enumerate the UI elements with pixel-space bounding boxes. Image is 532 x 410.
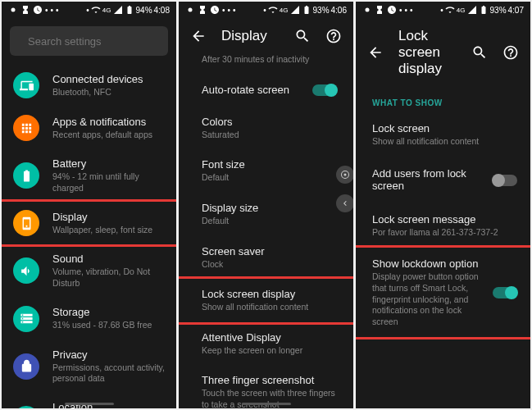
header: Display: [179, 18, 353, 54]
item-title: Lock screen display: [202, 288, 337, 300]
item-sub: Clock: [202, 259, 337, 271]
item-sub: 94% - 12 min until fully charged: [52, 171, 165, 194]
storage-icon: [13, 306, 39, 332]
settings-list: Connected devicesBluetooth, NFCApps & no…: [2, 64, 176, 408]
item-title: Display: [52, 211, 165, 223]
item-sub: Volume, vibration, Do Not Disturb: [52, 266, 165, 289]
search-icon[interactable]: [471, 44, 488, 61]
sound-icon: [13, 257, 39, 284]
status-bar: ••• • 4G 93% 4:07: [356, 2, 530, 18]
item-title: Apps & notifications: [52, 116, 165, 128]
settings-item-location[interactable]: LocationOn - 12 apps have access to loca…: [2, 393, 176, 408]
item-sub: Saturated: [202, 130, 337, 141]
lockscreen-item[interactable]: Lock screen messagePor favor llama al 26…: [356, 203, 530, 248]
item-title: Lock screen: [372, 122, 517, 134]
display-item[interactable]: Screen timeoutAfter 30 minutes of inacti…: [179, 54, 353, 75]
toggle-switch[interactable]: [493, 287, 517, 298]
status-bar: ••• • 4G 94% 4:08: [2, 2, 176, 18]
item-sub: Touch the screen with three fingers to t…: [202, 388, 337, 408]
help-icon[interactable]: [325, 28, 342, 44]
settings-item-battery[interactable]: Battery94% - 12 min until fully charged: [2, 149, 176, 202]
item-sub: Default: [202, 172, 337, 184]
header: Lock screen display: [356, 18, 530, 87]
settings-item-privacy[interactable]: PrivacyPermissions, account activity, pe…: [2, 340, 176, 393]
phone-settings: ••• • 4G 94% 4:08 Connected devicesBluet…: [2, 2, 176, 408]
devices-icon: [13, 72, 39, 98]
battery-icon: [13, 162, 39, 189]
item-title: Screen saver: [202, 245, 337, 257]
item-title: Three finger screenshot: [202, 374, 337, 386]
privacy-icon: [13, 353, 39, 380]
phone-lockscreen: ••• • 4G 93% 4:07 Lock screen display WH…: [356, 2, 530, 408]
item-title: Battery: [52, 157, 165, 170]
section-header: WHAT TO SHOW: [356, 87, 530, 112]
location-icon: [13, 406, 39, 408]
item-title: Font size: [202, 158, 337, 171]
item-title: Display size: [202, 202, 337, 214]
display-item[interactable]: Display sizeDefault: [179, 193, 353, 236]
item-title: Sound: [52, 253, 165, 265]
lockscreen-item[interactable]: Lock screenShow all notification content: [356, 112, 530, 157]
item-sub: Wallpaper, sleep, font size: [52, 225, 165, 236]
display-item[interactable]: Lock screen displayShow all notification…: [179, 276, 353, 325]
item-sub: After 30 minutes of inactivity: [202, 54, 337, 66]
battery-icon: [125, 5, 134, 15]
item-sub: Show all notification content: [372, 136, 517, 148]
page-title: Display: [221, 28, 280, 44]
item-title: Connected devices: [52, 73, 165, 85]
item-sub: Recent apps, default apps: [52, 130, 165, 141]
display-item[interactable]: ColorsSaturated: [179, 107, 353, 150]
display-item[interactable]: Auto-rotate screen: [179, 75, 353, 107]
phone-display: ••• • 4G 93% 4:06 Display Screen timeout…: [179, 2, 353, 408]
back-icon[interactable]: [367, 44, 384, 61]
item-title: Colors: [202, 116, 337, 128]
apps-icon: [13, 115, 39, 141]
edge-camera-icon[interactable]: [336, 166, 353, 184]
lockscreen-list: Lock screenShow all notification content…: [356, 112, 530, 408]
item-title: Add users from lock screen: [372, 167, 480, 192]
item-sub: Display power button option that turns o…: [372, 271, 480, 327]
settings-item-storage[interactable]: Storage31% used - 87.68 GB free: [2, 298, 176, 340]
settings-item-display[interactable]: DisplayWallpaper, sleep, font size: [2, 199, 176, 247]
search-icon[interactable]: [294, 28, 311, 44]
item-title: Privacy: [52, 348, 165, 361]
item-sub: 31% used - 87.68 GB free: [52, 320, 165, 331]
svg-point-3: [366, 8, 370, 12]
item-sub: Default: [202, 216, 337, 227]
item-sub: Bluetooth, NFC: [52, 87, 165, 98]
svg-point-0: [11, 8, 16, 12]
item-title: Show lockdown option: [372, 257, 480, 270]
edge-chevron-icon[interactable]: [336, 194, 353, 212]
status-bar: ••• • 4G 93% 4:06: [179, 2, 353, 18]
display-list: Screen timeoutAfter 30 minutes of inacti…: [179, 54, 353, 408]
toggle-switch[interactable]: [493, 175, 517, 186]
search-bar[interactable]: [10, 26, 168, 56]
settings-item-sound[interactable]: SoundVolume, vibration, Do Not Disturb: [2, 244, 176, 297]
help-icon[interactable]: [502, 44, 519, 61]
back-icon[interactable]: [190, 28, 207, 44]
toggle-switch[interactable]: [312, 84, 337, 96]
item-sub: Permissions, account activity, personal …: [52, 362, 165, 385]
item-title: Auto-rotate screen: [202, 84, 299, 96]
display-item[interactable]: Screen saverClock: [179, 236, 353, 280]
wifi-icon: [91, 5, 101, 15]
display-item[interactable]: Font sizeDefault: [179, 149, 353, 193]
item-sub: Show all notification content: [202, 302, 337, 313]
scroll-indicator: [65, 403, 114, 405]
settings-item-devices[interactable]: Connected devicesBluetooth, NFC: [2, 64, 176, 107]
settings-item-apps[interactable]: Apps & notificationsRecent apps, default…: [2, 107, 176, 149]
svg-point-1: [189, 8, 193, 12]
lockscreen-item[interactable]: Add users from lock screen: [356, 157, 530, 203]
display-item[interactable]: Attentive DisplayKeep the screen on long…: [179, 322, 353, 366]
item-title: Storage: [52, 306, 165, 318]
item-title: Lock screen message: [372, 213, 517, 226]
lockscreen-item[interactable]: Show lockdown optionDisplay power button…: [356, 245, 530, 339]
search-input[interactable]: [28, 35, 166, 48]
item-sub: Keep the screen on longer: [202, 345, 337, 357]
item-sub: Por favor llama al 261-373-737-2: [372, 227, 517, 239]
svg-point-2: [344, 174, 347, 176]
item-title: Attentive Display: [202, 331, 337, 344]
display-icon: [13, 210, 39, 236]
scroll-indicator: [242, 403, 291, 405]
signal-icon: [113, 5, 123, 15]
